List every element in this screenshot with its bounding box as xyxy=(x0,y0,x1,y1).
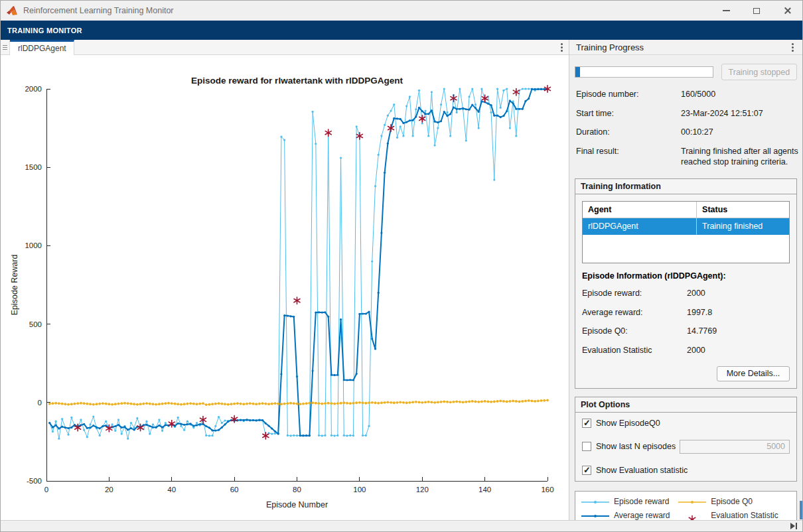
svg-text:Episode Number: Episode Number xyxy=(266,500,328,509)
status-cell: Training finished xyxy=(696,218,789,235)
svg-text:40: 40 xyxy=(167,486,176,494)
episode-q0-value: 14.7769 xyxy=(687,326,796,337)
tab-rlddpgagent[interactable]: rlDDPGAgent xyxy=(10,40,74,55)
start-time-label: Start time: xyxy=(576,109,681,119)
table-row[interactable]: rlDDPGAgent Training finished xyxy=(583,218,789,235)
training-information-title: Training Information xyxy=(575,179,796,194)
final-result-value: Training finished after all agents reach… xyxy=(681,147,802,167)
start-time-value: 23-Mar-2024 12:51:07 xyxy=(681,109,802,119)
legend-label: Episode Q0 xyxy=(711,497,753,506)
svg-text:80: 80 xyxy=(293,486,301,494)
legend-label: Evaluation Statistic (MeanEpisodeReward) xyxy=(711,511,792,520)
show-episodeq0-label: Show EpisodeQ0 xyxy=(596,419,660,428)
duration-row: Duration: 00:10:27 xyxy=(569,127,802,138)
training-progress-panel: Training Progress Training stopped Episo… xyxy=(569,40,802,520)
last-n-episodes-input[interactable] xyxy=(680,440,790,454)
app-window: Reinforcement Learning Training Monitor … xyxy=(0,0,803,532)
scrollbar-thumb[interactable] xyxy=(800,501,802,519)
training-information-section: Training Information Agent Status rlDDPG… xyxy=(575,178,797,389)
average-reward-row: Average reward: 1997.8 xyxy=(575,308,796,318)
episode-reward-value: 2000 xyxy=(687,289,796,299)
evaluation-statistic-row: Evaluation Statistic 2000 xyxy=(575,346,796,356)
maximize-icon xyxy=(753,8,760,14)
matlab-logo-icon xyxy=(7,6,18,16)
collapse-right-icon xyxy=(789,522,798,530)
svg-text:160: 160 xyxy=(541,486,553,494)
episode-q0-label: Episode Q0: xyxy=(582,326,687,337)
training-progress-bar xyxy=(575,66,713,78)
episode-reward-row: Episode reward: 2000 xyxy=(575,289,796,299)
final-result-row: Final result: Training finished after al… xyxy=(569,147,802,167)
more-details-button[interactable]: More Details... xyxy=(717,366,790,381)
training-chart[interactable]: -500050010001500200002040608010012014016… xyxy=(1,55,569,521)
evaluation-asterisk-icon xyxy=(676,511,711,520)
show-episodeq0-checkbox[interactable] xyxy=(582,419,591,428)
table-header-row: Agent Status xyxy=(583,202,789,218)
plot-menu-button[interactable] xyxy=(554,40,569,54)
training-stopped-button[interactable]: Training stopped xyxy=(721,64,797,80)
show-last-n-row: Show last N episodes xyxy=(575,434,796,460)
final-result-label: Final result: xyxy=(576,147,681,167)
grip-icon xyxy=(3,47,7,48)
maximize-button[interactable] xyxy=(741,1,772,21)
episode-number-value: 160/5000 xyxy=(681,90,802,100)
episode-q0-row: Episode Q0: 14.7769 xyxy=(575,326,796,337)
svg-text:20: 20 xyxy=(105,486,113,494)
ribbon-bar: TRAINING MONITOR xyxy=(1,21,802,40)
svg-text:60: 60 xyxy=(230,486,239,494)
show-evaluation-checkbox[interactable] xyxy=(582,466,591,475)
svg-text:Episode reward for rlwatertank: Episode reward for rlwatertank with rlDD… xyxy=(191,76,403,86)
close-button[interactable] xyxy=(772,1,802,21)
svg-text:100: 100 xyxy=(353,486,366,494)
episode-reward-label: Episode reward: xyxy=(582,289,687,299)
agent-status-table: Agent Status rlDDPGAgent Training finish… xyxy=(582,201,790,263)
chart-legend: Episode reward Episode Q0 Average reward… xyxy=(575,491,797,520)
show-evaluation-label: Show Evaluation statistic xyxy=(596,466,688,475)
show-episodeq0-row: Show EpisodeQ0 xyxy=(575,413,796,434)
progress-fill xyxy=(575,67,580,77)
svg-text:1500: 1500 xyxy=(25,163,42,171)
legend-episode-q0: Episode Q0 xyxy=(676,497,792,507)
episode-number-label: Episode number: xyxy=(576,90,681,100)
duration-value: 00:10:27 xyxy=(681,127,802,138)
kebab-menu-icon xyxy=(792,46,794,48)
legend-label: Average reward xyxy=(614,511,670,520)
legend-average-reward: Average reward xyxy=(579,511,676,520)
title-bar: Reinforcement Learning Training Monitor xyxy=(1,1,802,21)
document-tab-bar: rlDDPGAgent xyxy=(1,40,569,55)
legend-evaluation-statistic: Evaluation Statistic (MeanEpisodeReward) xyxy=(676,511,792,520)
panel-menu-button[interactable] xyxy=(785,46,800,48)
legend-label: Episode reward xyxy=(614,497,669,506)
show-last-n-checkbox[interactable] xyxy=(582,442,591,451)
legend-episode-reward: Episode reward xyxy=(579,497,676,507)
plot-options-title: Plot Options xyxy=(575,397,796,413)
ribbon-tab-training-monitor[interactable]: TRAINING MONITOR xyxy=(1,27,82,34)
svg-text:-500: -500 xyxy=(27,477,42,485)
plot-options-section: Plot Options Show EpisodeQ0 Show last N … xyxy=(575,397,797,482)
average-reward-swatch-icon xyxy=(579,511,614,520)
minimize-button[interactable] xyxy=(711,1,741,21)
collapse-panel-button[interactable] xyxy=(789,522,798,530)
window-title: Reinforcement Learning Training Monitor xyxy=(23,6,174,15)
plot-area: -500050010001500200002040608010012014016… xyxy=(1,55,569,524)
kebab-menu-icon xyxy=(561,46,563,48)
svg-text:2000: 2000 xyxy=(25,85,42,93)
close-icon xyxy=(783,7,791,15)
average-reward-label: Average reward: xyxy=(582,308,687,318)
svg-text:1000: 1000 xyxy=(25,241,42,249)
status-bar xyxy=(1,520,802,531)
agent-cell: rlDDPGAgent xyxy=(583,218,696,235)
svg-text:500: 500 xyxy=(29,320,42,328)
panel-title: Training Progress xyxy=(569,42,644,52)
agent-column-header[interactable]: Agent xyxy=(583,202,696,218)
status-column-header[interactable]: Status xyxy=(696,202,789,218)
svg-text:0: 0 xyxy=(44,486,48,494)
panel-grip[interactable] xyxy=(1,40,10,54)
show-last-n-label: Show last N episodes xyxy=(596,442,676,451)
duration-label: Duration: xyxy=(576,127,681,138)
episode-information-title: Episode Information (rlDDPGAgent): xyxy=(575,270,796,289)
episode-q0-swatch-icon xyxy=(676,498,711,507)
svg-text:0: 0 xyxy=(38,399,42,407)
show-evaluation-row: Show Evaluation statistic xyxy=(575,460,796,481)
table-empty-area xyxy=(583,235,789,263)
